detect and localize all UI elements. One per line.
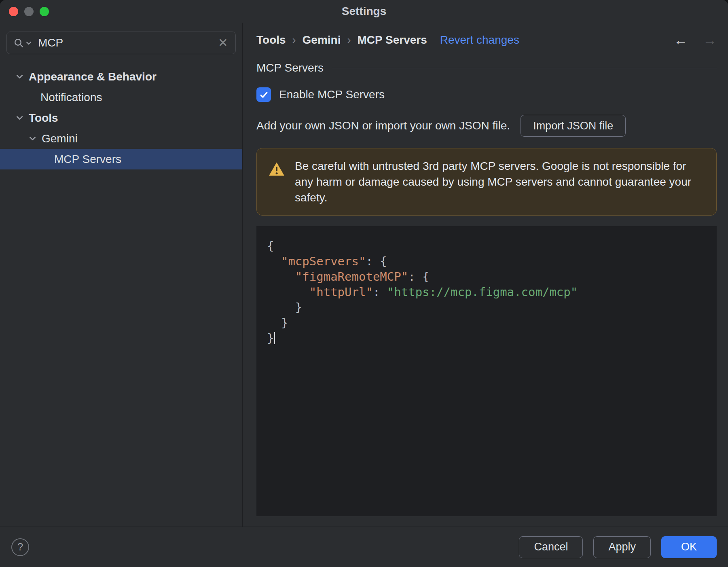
text-cursor (274, 332, 275, 344)
search-icon[interactable] (13, 38, 24, 49)
sidebar-item-label: Tools (29, 112, 58, 125)
code-line: "figmaRemoteMCP": { (267, 269, 717, 284)
sidebar-item-label: Notifications (40, 91, 102, 104)
code-line: } (267, 300, 717, 315)
chevron-down-icon[interactable] (28, 133, 38, 144)
enable-mcp-label[interactable]: Enable MCP Servers (279, 88, 385, 101)
code-line: } (267, 330, 717, 346)
section-title: MCP Servers (256, 61, 324, 74)
sidebar-item-appearance-behavior[interactable]: Appearance & Behavior (0, 66, 242, 87)
code-token: "figmaRemoteMCP" (295, 270, 408, 284)
breadcrumb-separator-icon: › (292, 34, 296, 47)
help-icon[interactable]: ? (11, 538, 29, 556)
breadcrumb-gemini[interactable]: Gemini (303, 34, 341, 47)
breadcrumb-separator-icon: › (347, 34, 351, 47)
code-editor-lines: { "mcpServers": { "figmaRemoteMCP": { "h… (267, 238, 717, 346)
code-line: "httpUrl": "https://mcp.figma.com/mcp" (267, 284, 717, 300)
chevron-down-icon[interactable] (15, 72, 25, 82)
json-editor[interactable]: { "mcpServers": { "figmaRemoteMCP": { "h… (256, 226, 717, 516)
forward-arrow-icon[interactable]: → (703, 33, 717, 47)
search-input[interactable] (33, 36, 216, 49)
import-json-button[interactable]: Import JSON file (521, 115, 626, 137)
close-button[interactable] (9, 7, 18, 16)
code-token: { (267, 239, 274, 253)
code-line: { (267, 238, 717, 254)
sidebar-item-tools[interactable]: Tools (0, 108, 242, 128)
chevron-down-icon[interactable] (15, 113, 25, 123)
code-token (267, 270, 295, 284)
section-divider (332, 68, 717, 68)
settings-tree: Appearance & Behavior Notifications Tool… (0, 66, 242, 169)
code-token (267, 285, 309, 299)
warning-banner: Be careful with untrusted 3rd party MCP … (256, 148, 717, 216)
ok-button[interactable]: OK (661, 536, 717, 558)
code-token: } (267, 300, 302, 314)
breadcrumb: Tools › Gemini › MCP Servers Revert chan… (256, 33, 717, 47)
cancel-button[interactable]: Cancel (519, 536, 583, 558)
code-line: } (267, 315, 717, 330)
sidebar-item-label: Appearance & Behavior (29, 70, 157, 83)
code-token: : { (366, 254, 387, 268)
sidebar-item-mcp-servers[interactable]: MCP Servers (0, 149, 242, 169)
zoom-button[interactable] (40, 7, 49, 16)
sidebar-item-label: Gemini (42, 132, 78, 145)
breadcrumb-mcp-servers[interactable]: MCP Servers (358, 34, 427, 47)
code-token: "httpUrl" (309, 285, 373, 299)
sidebar: ✕ Appearance & Behavior Notifications To (0, 23, 243, 527)
search-field: ✕ (6, 32, 236, 54)
import-hint-text: Add your own JSON or import your own JSO… (256, 119, 510, 132)
settings-window: Settings ✕ Appearanc (0, 0, 728, 567)
code-token: : { (408, 270, 429, 284)
back-arrow-icon[interactable]: ← (674, 33, 688, 47)
code-token (267, 254, 281, 268)
sidebar-item-notifications[interactable]: Notifications (0, 87, 242, 108)
titlebar: Settings (0, 0, 728, 23)
warning-icon (268, 161, 285, 205)
minimize-button[interactable] (24, 7, 34, 16)
sidebar-item-gemini[interactable]: Gemini (0, 128, 242, 149)
code-token: : (373, 285, 387, 299)
window-title: Settings (342, 5, 386, 18)
settings-content: Tools › Gemini › MCP Servers Revert chan… (243, 23, 728, 527)
enable-mcp-row: Enable MCP Servers (256, 87, 717, 102)
code-token: "https://mcp.figma.com/mcp" (387, 285, 578, 299)
checkmark-icon (259, 90, 269, 100)
search-options-chevron-icon[interactable] (26, 41, 32, 45)
traffic-lights (9, 0, 49, 23)
breadcrumb-tools[interactable]: Tools (256, 34, 286, 47)
revert-changes-link[interactable]: Revert changes (440, 34, 519, 47)
clear-search-icon[interactable]: ✕ (217, 37, 229, 49)
code-token: } (267, 316, 288, 330)
sidebar-item-label: MCP Servers (54, 153, 121, 166)
code-token: "mcpServers" (281, 254, 366, 268)
dialog-footer: ? Cancel Apply OK (0, 527, 728, 567)
code-token: } (267, 331, 274, 345)
section-header: MCP Servers (256, 61, 717, 74)
enable-mcp-checkbox[interactable] (256, 87, 271, 102)
import-row: Add your own JSON or import your own JSO… (256, 115, 717, 137)
code-line: "mcpServers": { (267, 254, 717, 269)
apply-button[interactable]: Apply (593, 536, 651, 558)
main-area: ✕ Appearance & Behavior Notifications To (0, 23, 728, 527)
history-nav: ← → (674, 33, 717, 47)
warning-text: Be careful with untrusted 3rd party MCP … (295, 158, 705, 205)
